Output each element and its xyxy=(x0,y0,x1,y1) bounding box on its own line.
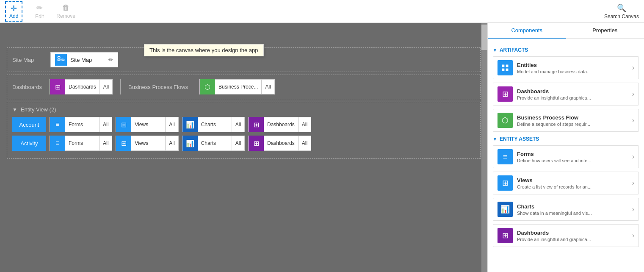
forms-card[interactable]: ≡ Forms Define how users will see and in… xyxy=(493,145,639,168)
dashboards-icon-bg: ⊞ xyxy=(50,79,65,94)
dashboards-all-btn[interactable]: All xyxy=(100,80,112,94)
activity-views-box[interactable]: ⊞ Views All xyxy=(116,136,178,151)
charts-card-icon: 📊 xyxy=(498,202,513,217)
account-forms-box[interactable]: ≡ Forms All xyxy=(50,117,112,132)
sitemap-edit-icon[interactable]: ✏ xyxy=(108,56,113,63)
views-card-icon: ⊞ xyxy=(498,175,513,191)
tab-properties[interactable]: Properties xyxy=(566,23,644,39)
account-entity-button[interactable]: Account xyxy=(12,117,46,132)
bpf-card[interactable]: ⬡ Business Process Flow Define a sequenc… xyxy=(493,109,639,132)
add-icon: ✛ xyxy=(11,4,17,13)
panel-content: ▼ ARTIFACTS Entities Model and manage bu… xyxy=(488,39,644,272)
charts-card-title: Charts xyxy=(517,203,632,210)
views-icon-symbol: ⊞ xyxy=(502,178,509,188)
account-dashboards-all[interactable]: All xyxy=(298,117,311,132)
views-card[interactable]: ⊞ Views Create a list view of records fo… xyxy=(493,172,639,194)
search-canvas-button[interactable]: 🔍 Search Canvas xyxy=(604,3,639,19)
dashboards-artifacts-chevron-icon: › xyxy=(632,90,634,98)
activity-forms-box[interactable]: ≡ Forms All xyxy=(50,136,112,151)
dashboards-artifacts-card[interactable]: ⊞ Dashboards Provide an insightful and g… xyxy=(493,83,639,105)
dashboards-artifacts-card-icon: ⊞ xyxy=(498,86,513,102)
main-layout: This is the canvas where you design the … xyxy=(0,23,644,272)
entity-assets-collapse-icon[interactable]: ▼ xyxy=(493,137,497,142)
activity-dashboards-all[interactable]: All xyxy=(298,136,311,150)
entities-card-title: Entities xyxy=(517,62,632,68)
dash-icon: ⊞ xyxy=(254,121,259,129)
dashboards-component-box[interactable]: ⊞ Dashboards All xyxy=(50,79,113,94)
activity-views-icon-bg: ⊞ xyxy=(116,136,131,151)
activity-entity-row: Activity ≡ Forms All ⊞ Views All xyxy=(12,136,475,151)
activity-charts-all[interactable]: All xyxy=(232,136,244,150)
dashboards-artifacts-card-title: Dashboards xyxy=(517,88,632,94)
activity-charts-name: Charts xyxy=(198,140,232,146)
account-views-box[interactable]: ⊞ Views All xyxy=(116,117,178,132)
svg-rect-6 xyxy=(502,65,505,67)
dashboards-row-container: Dashboards ⊞ Dashboards All Business Pro… xyxy=(7,75,481,99)
artifacts-collapse-icon[interactable]: ▼ xyxy=(493,48,497,53)
entity-view-title: Entity View (2) xyxy=(21,106,56,113)
charts-icon: 📊 xyxy=(186,121,194,129)
views-card-desc: Create a list view of records for an... xyxy=(517,184,632,189)
remove-button[interactable]: 🗑 Remove xyxy=(56,3,75,19)
account-charts-name: Charts xyxy=(198,122,232,128)
collapse-arrow[interactable]: ▼ xyxy=(12,107,17,113)
sitemap-box[interactable]: Site Map ✏ xyxy=(50,52,118,67)
sitemap-label: Site Map xyxy=(12,57,42,63)
entities-card[interactable]: Entities Model and manage business data.… xyxy=(493,56,639,79)
bpf-icon-bg: ⬡ xyxy=(200,79,215,94)
account-charts-all[interactable]: All xyxy=(232,117,244,132)
account-entity-row: Account ≡ Forms All ⊞ Views All xyxy=(12,117,475,132)
add-button[interactable]: ✛ Add xyxy=(5,1,22,22)
bpf-card-icon: ⬡ xyxy=(498,113,513,128)
bpf-all-btn[interactable]: All xyxy=(261,80,274,94)
edit-button[interactable]: ✏ Edit xyxy=(31,3,48,19)
activity-entity-button[interactable]: Activity xyxy=(12,136,46,151)
bpf-chevron-icon: › xyxy=(632,117,634,124)
activity-views-icon: ⊞ xyxy=(121,139,127,147)
canvas-scroll[interactable]: This is the canvas where you design the … xyxy=(0,23,487,272)
activity-charts-box[interactable]: 📊 Charts All xyxy=(182,136,245,151)
charts-card-text: Charts Show data in a meaningful and vis… xyxy=(517,203,632,216)
dashboards-artifacts-card-text: Dashboards Provide an insightful and gra… xyxy=(517,88,632,100)
dashboards-comp-name: Dashboards xyxy=(65,84,100,90)
bpf-component-box[interactable]: ⬡ Business Proce... All xyxy=(199,79,275,94)
activity-views-all[interactable]: All xyxy=(165,136,178,150)
account-forms-all[interactable]: All xyxy=(99,117,112,132)
charts-card[interactable]: 📊 Charts Show data in a meaningful and v… xyxy=(493,198,639,221)
dashboards-row: Dashboards ⊞ Dashboards All Business Pro… xyxy=(12,79,475,94)
bpf-card-desc: Define a sequence of steps requir... xyxy=(517,122,632,127)
views-card-text: Views Create a list view of records for … xyxy=(517,177,632,189)
forms-card-title: Forms xyxy=(517,151,632,157)
account-views-name: Views xyxy=(131,122,165,128)
scroll-track[interactable] xyxy=(481,23,487,272)
artifacts-section-header: ▼ ARTIFACTS xyxy=(493,47,639,53)
tab-components[interactable]: Components xyxy=(488,23,566,39)
divider xyxy=(120,79,121,94)
activity-views-name: Views xyxy=(131,140,165,146)
views-icon: ⊞ xyxy=(121,121,127,129)
bpf-comp-name: Business Proce... xyxy=(215,84,261,90)
dashboards2-card[interactable]: ⊞ Dashboards Provide an insightful and g… xyxy=(493,224,639,247)
bpf-card-icon-symbol: ⬡ xyxy=(502,116,509,125)
svg-rect-7 xyxy=(506,65,509,67)
activity-dashboards-box[interactable]: ⊞ Dashboards All xyxy=(248,136,311,151)
dashboards2-card-desc: Provide an insightful and graphica... xyxy=(517,237,632,242)
account-charts-box[interactable]: 📊 Charts All xyxy=(182,117,245,132)
scroll-thumb[interactable] xyxy=(481,25,487,50)
charts-icon-bg: 📊 xyxy=(182,117,198,132)
charts-chevron-icon: › xyxy=(632,205,634,213)
dashboards2-icon-symbol: ⊞ xyxy=(502,231,509,240)
account-views-all[interactable]: All xyxy=(165,117,178,132)
views-chevron-icon: › xyxy=(632,179,634,187)
activity-charts-icon-bg: 📊 xyxy=(182,136,198,151)
bpf-card-text: Business Process Flow Define a sequence … xyxy=(517,114,632,127)
account-dashboards-box[interactable]: ⊞ Dashboards All xyxy=(248,117,311,132)
dash-icon-bg: ⊞ xyxy=(249,117,264,132)
dashboards2-card-icon: ⊞ xyxy=(498,228,513,243)
bpf-icon: ⬡ xyxy=(205,83,210,91)
dashboards2-chevron-icon: › xyxy=(632,232,634,239)
dashboards2-card-text: Dashboards Provide an insightful and gra… xyxy=(517,230,632,242)
right-panel: Components Properties ▼ ARTIFACTS Entiti… xyxy=(487,23,644,272)
activity-forms-all[interactable]: All xyxy=(99,136,112,150)
forms-icon: ≡ xyxy=(55,121,59,128)
